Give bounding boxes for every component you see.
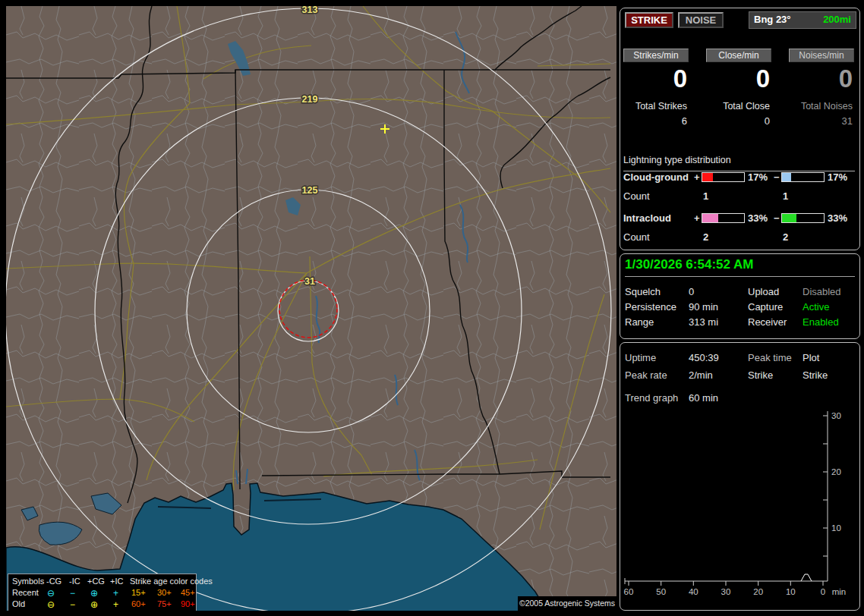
cg-plus-sign: + — [694, 171, 700, 183]
age-30: 30+ — [157, 588, 172, 597]
uptime-label: Uptime — [625, 352, 656, 363]
legend-col-nic: -IC — [69, 577, 80, 586]
ic-plus-sign: + — [694, 212, 700, 224]
trend-row: Trend graph 60 min — [620, 392, 859, 403]
plot-mode-value: Strike — [803, 369, 828, 381]
x-tick-40: 40 — [689, 587, 698, 596]
persistence-value: 90 min — [689, 301, 718, 313]
noise-mode-button[interactable]: NOISE — [678, 12, 724, 28]
total-strikes-label: Total Strikes — [623, 101, 687, 112]
y-tick-10: 10 — [831, 523, 841, 533]
recent-nic-icon: − — [70, 589, 75, 598]
peak-rate-label: Peak rate — [625, 369, 667, 381]
receiver-label: Receiver — [748, 316, 787, 328]
ic-minus-sign: − — [774, 212, 780, 224]
close-per-min-value: 0 — [706, 64, 770, 93]
status-row-1: Squelch 0 Upload Disabled — [620, 286, 859, 297]
total-noises-label: Total Noises — [789, 101, 853, 112]
strike-mode-button[interactable]: STRIKE — [625, 12, 673, 28]
recent-ncg-icon: ⊖ — [47, 589, 55, 598]
noises-per-min-button[interactable]: Noises/min — [789, 49, 854, 62]
strikes-per-min-value: 0 — [623, 64, 687, 93]
map-region[interactable]: 313 219 125 31 Symbols -CG -IC +CG +IC S… — [6, 6, 616, 611]
ring-label-219: 219 — [302, 94, 318, 105]
total-strikes-value: 6 — [623, 115, 687, 127]
age-75: 75+ — [157, 599, 172, 608]
x-tick-10: 10 — [786, 587, 796, 596]
cg-pos-bar — [702, 172, 745, 182]
peak-rate-value: 2/min — [689, 369, 713, 381]
range-value: 200mi — [823, 14, 851, 25]
total-close-label: Total Close — [706, 101, 770, 112]
stats-row-1: Uptime 450:39 Peak time Plot — [620, 352, 859, 363]
copyright: ©2005 Astrogenic Systems — [518, 596, 616, 611]
recent-pic-icon: + — [113, 589, 118, 598]
x-tick-60: 60 — [624, 587, 634, 596]
cg-neg-count: 1 — [783, 190, 788, 202]
capture-value: Active — [803, 301, 829, 313]
cg-pos-count: 1 — [703, 190, 708, 202]
legend-old-label: Old — [12, 599, 25, 608]
distribution-title: Lightning type distribution — [623, 155, 855, 171]
bearing-value: Bng 23° — [754, 14, 791, 25]
close-per-min-button[interactable]: Close/min — [706, 49, 771, 62]
ic-pos-bar — [702, 213, 745, 223]
range-label: Range — [625, 316, 654, 328]
old-nic-icon: − — [70, 600, 75, 609]
ic-count-row: Count 2 2 — [620, 231, 859, 242]
upload-value: Disabled — [803, 286, 841, 297]
peak-time-value: Strike — [748, 369, 773, 381]
cg-neg-bar — [781, 172, 825, 182]
ic-neg-bar-fill — [782, 214, 796, 222]
strikes-per-min-button[interactable]: Strikes/min — [623, 49, 689, 62]
ic-pos-bar-fill — [702, 214, 718, 222]
ring-label-313: 313 — [302, 6, 318, 15]
legend-symbols-title: Symbols — [12, 577, 44, 586]
stats-row-2: Peak rate 2/min Strike Strike — [620, 369, 859, 380]
cg-neg-pct: 17% — [828, 171, 847, 183]
age-60: 60+ — [131, 599, 146, 608]
persistence-label: Persistence — [625, 301, 676, 313]
distribution-row-cg: Cloud-ground + 17% − 17% — [620, 171, 859, 182]
trend-graph-label: Trend graph — [625, 392, 678, 404]
plot-label: Plot — [803, 352, 819, 363]
x-tick-50: 50 — [656, 587, 666, 596]
legend-col-pic: +IC — [110, 577, 123, 586]
map-svg: 313 219 125 31 — [6, 6, 616, 611]
age-45: 45+ — [181, 588, 195, 597]
range-setting-value: 313 mi — [689, 316, 718, 328]
ic-label: Intracloud — [623, 212, 671, 224]
status-row-3: Range 313 mi Receiver Enabled — [620, 316, 859, 327]
x-tick-20: 20 — [753, 587, 763, 596]
ic-neg-pct: 33% — [828, 212, 847, 224]
stats-panel: Uptime 450:39 Peak time Plot Peak rate 2… — [620, 342, 860, 611]
peak-time-label: Peak time — [748, 352, 792, 363]
receiver-value: Enabled — [803, 316, 839, 328]
old-pcg-icon: ⊕ — [90, 600, 98, 609]
age-90: 90+ — [181, 599, 195, 608]
uptime-value: 450:39 — [689, 352, 719, 363]
ic-neg-bar — [781, 213, 825, 223]
ring-label-31: 31 — [304, 276, 315, 287]
x-tick-30: 30 — [721, 587, 731, 596]
legend-col-ncg: -CG — [46, 577, 61, 586]
status-row-2: Persistence 90 min Capture Active — [620, 301, 859, 312]
age-15: 15+ — [131, 588, 146, 597]
map-legend: Symbols -CG -IC +CG +IC Strike age color… — [8, 574, 197, 611]
cg-label: Cloud-ground — [623, 171, 689, 183]
trend-spike — [801, 574, 812, 581]
y-tick-30: 30 — [831, 411, 841, 420]
distribution-row-ic: Intracloud + 33% − 33% — [620, 212, 859, 223]
ic-pos-pct: 33% — [748, 212, 768, 224]
cg-minus-sign: − — [774, 171, 780, 183]
total-close-value: 0 — [706, 115, 770, 127]
recent-pcg-icon: ⊕ — [90, 589, 98, 598]
trend-graph-value: 60 min — [689, 392, 718, 404]
ic-pos-count: 2 — [703, 231, 708, 243]
ring-label-125: 125 — [302, 185, 318, 196]
cg-count-label: Count — [623, 190, 650, 202]
y-tick-20: 20 — [831, 467, 841, 476]
trend-graph: 30 20 10 60 50 40 30 20 10 0 min — [620, 404, 859, 607]
datetime-display: 1/30/2026 6:54:52 AM — [625, 257, 855, 277]
old-pic-icon: + — [113, 600, 118, 609]
